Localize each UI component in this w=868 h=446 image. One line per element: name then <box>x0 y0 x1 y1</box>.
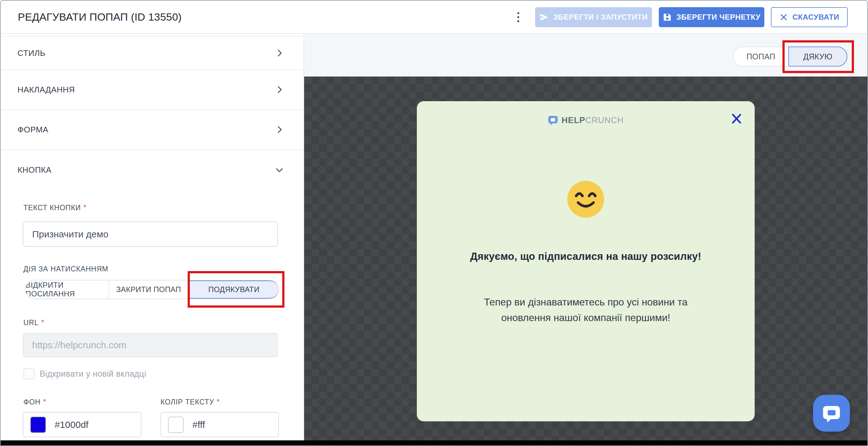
popup-heading: Дякуємо, що підписалися на нашу розсилку… <box>417 250 755 262</box>
brand-name-bold: HELP <box>561 116 585 125</box>
background-color-label: ФОН* <box>23 398 46 406</box>
helpcrunch-logo-icon <box>548 115 558 125</box>
page-title: РЕДАГУВАТИ ПОПАП (ID 13550) <box>18 1 182 33</box>
background-color-value: #1000df <box>55 419 88 430</box>
chevron-right-icon <box>275 85 284 94</box>
text-color-value: #fff <box>192 419 205 430</box>
section-button-label: КНОПКА <box>18 165 52 175</box>
tab-popup[interactable]: ПОПАП <box>733 47 788 66</box>
open-new-tab-label: Відкривати у новій вкладці <box>40 368 146 380</box>
cancel-button[interactable]: СКАСУВАТИ <box>771 7 848 27</box>
sidebar-section-style[interactable]: СТИЛЬ <box>1 36 304 70</box>
section-overlay-label: НАКЛАДАННЯ <box>18 85 75 95</box>
background-color-swatch[interactable] <box>30 417 46 433</box>
send-icon <box>539 12 549 22</box>
save-and-launch-button[interactable]: ЗБЕРЕГТИ І ЗАПУСТИТИ <box>535 7 652 27</box>
chat-bubble-icon <box>821 403 842 423</box>
save-and-launch-label: ЗБЕРЕГТИ І ЗАПУСТИТИ <box>553 13 648 22</box>
brand-name: HELPCRUNCH <box>561 116 623 125</box>
save-draft-label: ЗБЕРЕГТИ ЧЕРНЕТКУ <box>676 13 761 22</box>
close-icon <box>779 13 788 22</box>
sidebar-section-form[interactable]: ФОРМА <box>1 110 304 150</box>
chat-widget-button[interactable] <box>813 395 850 432</box>
header: РЕДАГУВАТИ ПОПАП (ID 13550) ЗБЕРЕГТИ І З… <box>1 1 867 34</box>
url-input[interactable] <box>23 333 278 357</box>
settings-sidebar: СТИЛЬ НАКЛАДАННЯ ФОРМА КНОПКА ТЕКСТ КНОП… <box>1 34 304 440</box>
popup-body-text: Тепер ви дізнаватиметесь про усі новини … <box>461 294 711 325</box>
button-text-label: ТЕКСТ КНОПКИ* <box>23 204 87 212</box>
annotation-box-thank-you-tab <box>782 40 854 73</box>
text-color-swatch[interactable] <box>168 417 184 433</box>
required-asterisk: * <box>83 204 87 212</box>
chevron-right-icon <box>275 125 284 134</box>
required-asterisk: * <box>41 319 45 327</box>
annotation-box-thank-action <box>188 271 284 308</box>
click-action-label: ДІЯ ЗА НАТИСКАННЯМ <box>23 265 108 273</box>
save-icon <box>662 12 672 22</box>
action-close-popup-button[interactable]: ЗАКРИТИ ПОПАП <box>109 280 189 299</box>
popup-preview-card: HELPCRUNCH Дякуємо, що підписалися на на… <box>417 101 755 421</box>
close-icon <box>730 113 743 125</box>
open-new-tab-checkbox[interactable] <box>23 368 35 380</box>
sidebar-section-overlay[interactable]: НАКЛАДАННЯ <box>1 70 304 110</box>
chevron-right-icon <box>275 49 284 58</box>
section-form-label: ФОРМА <box>18 125 49 135</box>
kebab-menu-icon[interactable] <box>514 9 522 25</box>
text-color-label: КОЛІР ТЕКСТУ* <box>160 398 220 406</box>
save-draft-button[interactable]: ЗБЕРЕГТИ ЧЕРНЕТКУ <box>659 7 764 27</box>
bottom-black-bar <box>1 440 868 446</box>
chevron-down-icon <box>275 165 284 175</box>
popup-close-button[interactable] <box>730 112 743 125</box>
url-label: URL* <box>23 319 44 327</box>
cancel-label: СКАСУВАТИ <box>793 13 839 22</box>
background-color-field[interactable]: #1000df <box>23 412 142 437</box>
button-text-input[interactable] <box>23 221 278 247</box>
action-open-link-button[interactable]: ВІДКРИТИ ПОСИЛАННЯ <box>26 280 109 299</box>
smiling-face-emoji <box>567 181 604 218</box>
brand-name-light: CRUNCH <box>585 116 624 125</box>
popup-editor-window: РЕДАГУВАТИ ПОПАП (ID 13550) ЗБЕРЕГТИ І З… <box>0 0 868 446</box>
section-style-label: СТИЛЬ <box>18 48 45 58</box>
required-asterisk: * <box>43 398 46 406</box>
helpcrunch-brand: HELPCRUNCH <box>417 115 755 125</box>
text-color-field[interactable]: #fff <box>160 412 279 437</box>
required-asterisk: * <box>217 398 220 406</box>
sidebar-section-button[interactable]: КНОПКА <box>1 150 304 190</box>
